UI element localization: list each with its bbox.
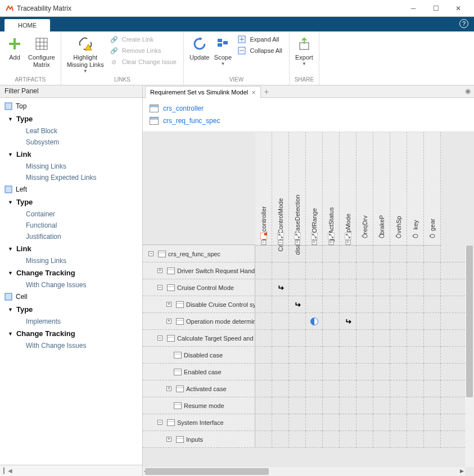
filter-section-cell[interactable]: Cell [0, 291, 142, 303]
matrix-row[interactable]: Disabled case [143, 347, 465, 364]
matrix-cell[interactable] [323, 364, 340, 380]
new-tab-button[interactable]: + [264, 87, 269, 96]
column-header[interactable]: key [407, 132, 424, 246]
matrix-cell[interactable] [323, 279, 340, 296]
matrix-cell[interactable] [306, 246, 323, 262]
create-link-button[interactable]: 🔗Create Link [106, 34, 180, 45]
matrix-cell[interactable] [356, 364, 373, 380]
matrix-cell[interactable] [424, 262, 441, 279]
matrix-cell[interactable] [424, 313, 441, 330]
matrix-cell[interactable] [306, 347, 323, 364]
matrix-cell[interactable] [407, 296, 424, 313]
export-button[interactable]: Export ▼ [293, 34, 315, 67]
filter-category[interactable]: Type [0, 112, 142, 125]
row-expander[interactable]: + [166, 386, 171, 391]
matrix-cell[interactable] [255, 262, 272, 279]
matrix-row[interactable]: +Disable Cruise Control syste [143, 296, 465, 313]
matrix-cell[interactable] [373, 296, 390, 313]
matrix-cell[interactable] [272, 296, 289, 313]
matrix-cell[interactable] [424, 296, 441, 313]
artifact-link-top[interactable]: crs_controller [150, 102, 467, 115]
collapse-all-button[interactable]: Collapse All [234, 45, 285, 56]
matrix-cell[interactable] [323, 397, 340, 414]
matrix-cell[interactable] [272, 330, 289, 347]
filter-category[interactable]: Link [0, 242, 142, 255]
matrix-cell[interactable] [272, 397, 289, 414]
column-header[interactable]: vehSp [390, 132, 407, 246]
expand-all-button[interactable]: Expand All [234, 34, 285, 45]
matrix-row[interactable]: Enabled case [143, 364, 465, 380]
matrix-cell[interactable] [340, 380, 356, 397]
matrix-cell[interactable] [323, 414, 340, 431]
help-icon[interactable]: ? [459, 19, 468, 28]
matrix-cell[interactable] [390, 279, 407, 296]
matrix-cell[interactable] [373, 313, 390, 330]
matrix-cell[interactable] [306, 431, 323, 448]
matrix-cell[interactable] [323, 431, 340, 448]
matrix-cell[interactable] [356, 414, 373, 431]
matrix-cell[interactable] [323, 380, 340, 397]
add-button[interactable]: Add [3, 34, 26, 62]
matrix-cell[interactable] [390, 431, 407, 448]
matrix-cell[interactable] [323, 330, 340, 347]
filter-item[interactable]: With Change Issues [0, 279, 142, 291]
update-button[interactable]: Update [187, 34, 211, 62]
matrix-cell[interactable] [407, 246, 424, 262]
clear-change-issue-button[interactable]: ⊘Clear Change Issue [106, 56, 180, 67]
matrix-cell[interactable] [373, 380, 390, 397]
column-header[interactable]: getActStatus+ [323, 132, 340, 246]
filter-item[interactable]: Functional [0, 220, 142, 231]
tab-home[interactable]: HOME [4, 19, 50, 31]
matrix-cell[interactable] [340, 313, 356, 330]
matrix-cell[interactable] [340, 397, 356, 414]
filter-category[interactable]: Link [0, 148, 142, 161]
matrix-cell[interactable] [373, 414, 390, 431]
matrix-cell[interactable] [356, 380, 373, 397]
matrix-cell[interactable] [255, 313, 272, 330]
matrix-cell[interactable] [373, 364, 390, 380]
matrix-cell[interactable] [407, 431, 424, 448]
matrix-row[interactable]: +Inputs [143, 431, 465, 448]
matrix-cell[interactable] [407, 330, 424, 347]
matrix-cell[interactable] [272, 246, 289, 262]
highlight-missing-links-button[interactable]: Highlight Missing Links ▼ [65, 34, 106, 75]
matrix-cell[interactable] [407, 364, 424, 380]
matrix-cell[interactable] [323, 296, 340, 313]
matrix-cell[interactable] [272, 262, 289, 279]
matrix-cell[interactable] [424, 330, 441, 347]
matrix-cell[interactable] [340, 431, 356, 448]
matrix-cell[interactable] [356, 347, 373, 364]
filter-item[interactable]: Leaf Block [0, 125, 142, 137]
matrix-cell[interactable] [340, 279, 356, 296]
matrix-cell[interactable] [272, 313, 289, 330]
artifact-link-left[interactable]: crs_req_func_spec [150, 115, 467, 127]
matrix-cell[interactable] [390, 330, 407, 347]
filter-item[interactable]: Justification [0, 231, 142, 242]
matrix-cell[interactable] [340, 262, 356, 279]
filter-category[interactable]: Type [0, 196, 142, 208]
filter-section-top[interactable]: Top [0, 100, 142, 112]
matrix-cell[interactable] [407, 262, 424, 279]
matrix-cell[interactable] [272, 414, 289, 431]
matrix-cell[interactable] [390, 246, 407, 262]
filter-item[interactable]: Missing Expected Links [0, 172, 142, 183]
row-expander[interactable]: + [166, 302, 171, 307]
matrix-cell[interactable] [323, 246, 340, 262]
matrix-cell[interactable] [356, 246, 373, 262]
horizontal-scrollbar[interactable]: ◀▶ [143, 467, 465, 476]
matrix-cell[interactable] [424, 364, 441, 380]
matrix-cell[interactable] [306, 380, 323, 397]
column-header[interactable]: outOfRange+ [306, 132, 323, 246]
matrix-cell[interactable] [255, 347, 272, 364]
matrix-cell[interactable] [255, 296, 272, 313]
column-header[interactable]: brakeP [373, 132, 390, 246]
row-expander[interactable]: + [166, 319, 171, 324]
row-expander[interactable]: − [157, 285, 162, 290]
matrix-cell[interactable] [306, 414, 323, 431]
matrix-cell[interactable] [390, 347, 407, 364]
matrix-row[interactable]: −System Interface [143, 414, 465, 431]
filter-item[interactable]: Missing Links [0, 161, 142, 172]
matrix-cell[interactable] [373, 262, 390, 279]
matrix-cell[interactable] [323, 347, 340, 364]
matrix-cell[interactable] [340, 364, 356, 380]
